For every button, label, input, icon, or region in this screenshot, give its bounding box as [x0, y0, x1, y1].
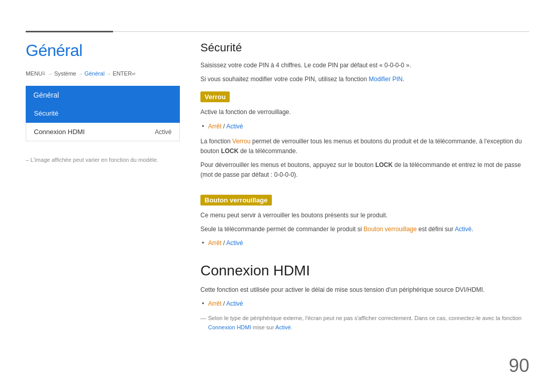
hdmi-sep: /	[221, 300, 226, 307]
verrou-link: Verrou	[232, 138, 250, 145]
bouton-options-list: Arrêt / Activé	[200, 238, 529, 248]
breadcrumb-system: Système	[54, 70, 76, 77]
verrou-active: Activé	[226, 123, 243, 130]
nav-box: Général Sécurité Connexion HDMI Activé	[26, 86, 180, 141]
breadcrumb-enter: ENTER↵	[113, 70, 136, 77]
securite-intro1: Saisissez votre code PIN à 4 chiffres. L…	[200, 61, 529, 70]
verrou-para1: La fonction Verrou permet de verrouiller…	[200, 137, 529, 156]
hdmi-desc: Cette fonction est utilisée pour activer…	[200, 285, 529, 295]
verrou-arrêt: Arrêt	[208, 123, 221, 130]
section-connexion-hdmi: Connexion HDMI Cette fonction est utilis…	[200, 263, 529, 332]
bouton-arrêt: Arrêt	[208, 239, 221, 247]
subsection-verrou: Verrou Active la fonction de verrouillag…	[200, 91, 529, 180]
securite-intro2-suffix: .	[403, 76, 404, 83]
bouton-verrouillage-link: Bouton verrouillage	[364, 226, 417, 233]
lock-bold2: LOCK	[375, 161, 393, 169]
bouton-para: Seule la télécommande permet de commande…	[200, 225, 529, 234]
bouton-options-item: Arrêt / Activé	[208, 238, 529, 248]
breadcrumb: MENU⠿ → Système → Général → ENTER↵	[26, 70, 180, 77]
top-line-dark	[26, 31, 113, 32]
bouton-active-link: Activé	[455, 226, 472, 233]
nav-item-securite[interactable]: Sécurité	[26, 104, 180, 123]
hdmi-note: Selon le type de périphérique externe, l…	[200, 314, 529, 332]
securite-intro2: Si vous souhaitez modifier votre code PI…	[200, 74, 529, 84]
verrou-desc: Active la fonction de verrouillage.	[200, 107, 529, 117]
breadcrumb-sep1: →	[47, 71, 52, 77]
securite-title: Sécurité	[200, 41, 529, 54]
hdmi-title: Connexion HDMI	[200, 263, 529, 279]
nav-item-connexion-hdmi[interactable]: Connexion HDMI Activé	[26, 123, 180, 141]
verrou-sep: /	[221, 123, 226, 130]
verrou-badge: Verrou	[200, 91, 230, 102]
page-number: 90	[509, 355, 529, 377]
breadcrumb-general: Général	[84, 70, 104, 77]
hdmi-options-item: Arrêt / Activé	[208, 299, 529, 309]
nav-item-connexion-hdmi-label: Connexion HDMI	[34, 128, 85, 136]
bouton-active: Activé	[226, 239, 243, 247]
image-note: L'image affichée peut varier en fonction…	[26, 157, 180, 163]
top-line-light	[113, 31, 529, 32]
subsection-bouton: Bouton verrouillage Ce menu peut servir …	[200, 195, 529, 249]
bouton-badge: Bouton verrouillage	[200, 195, 272, 206]
breadcrumb-menu: MENU⠿	[26, 70, 46, 77]
bouton-desc: Ce menu peut servir à verrouiller les bo…	[200, 211, 529, 220]
breadcrumb-sep3: →	[106, 71, 111, 77]
verrou-options-list: Arrêt / Activé	[200, 122, 529, 132]
nav-item-connexion-hdmi-value: Activé	[155, 128, 172, 136]
nav-item-securite-label: Sécurité	[34, 109, 59, 117]
section-securite: Sécurité Saisissez votre code PIN à 4 ch…	[200, 41, 529, 248]
left-panel: Général MENU⠿ → Système → Général → ENTE…	[26, 41, 180, 163]
hdmi-active: Activé	[226, 300, 243, 307]
lock-bold: LOCK	[221, 147, 238, 155]
breadcrumb-sep2: →	[78, 71, 83, 77]
hdmi-options-list: Arrêt / Activé	[200, 299, 529, 309]
securite-intro2-prefix: Si vous souhaitez modifier votre code PI…	[200, 76, 369, 83]
bouton-sep: /	[221, 239, 226, 247]
nav-header: Général	[26, 86, 180, 104]
verrou-para2: Pour déverrouiller les menus et boutons,…	[200, 160, 529, 180]
modifier-pin-link[interactable]: Modifier PIN	[369, 76, 403, 83]
hdmi-note-link: Connexion HDMI	[208, 324, 251, 330]
hdmi-arrêt: Arrêt	[208, 300, 221, 307]
page-title: Général	[26, 41, 180, 60]
top-lines	[26, 31, 529, 32]
hdmi-note-active: Activé	[275, 324, 291, 330]
right-panel: Sécurité Saisissez votre code PIN à 4 ch…	[200, 41, 529, 332]
verrou-options-item: Arrêt / Activé	[208, 122, 529, 132]
